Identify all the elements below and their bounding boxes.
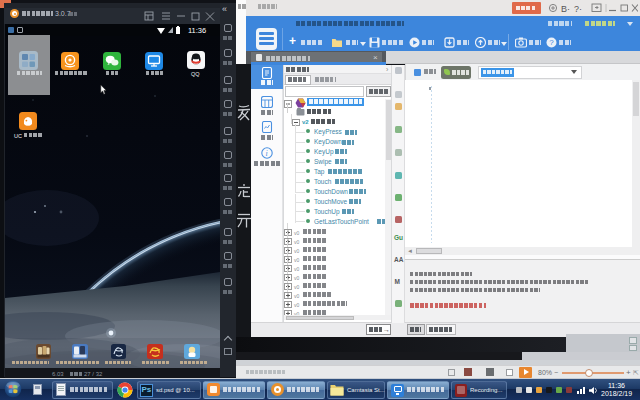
svg-text:?·: ?· <box>574 4 582 14</box>
svg-text:i: i <box>266 149 268 158</box>
svg-text:?: ? <box>549 38 554 47</box>
svg-text:B·: B· <box>561 4 570 14</box>
